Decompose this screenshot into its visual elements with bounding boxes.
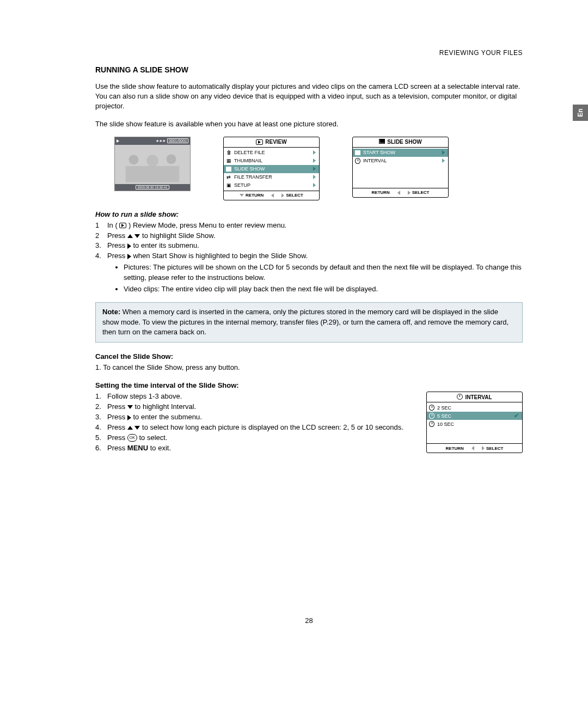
chevron-right-icon [442,158,445,163]
howto-steps: 1In ( ) Review Mode, press Menu to enter… [95,221,523,261]
figures-row: ★★★ 0001/0003 JPEG 2003:08:30 13:30:41 [114,137,523,200]
left-icon [271,193,274,198]
slides-icon [379,139,385,145]
down-icon [240,194,244,197]
down-icon [134,234,140,238]
preview-top-bar: ★★★ 0001/0003 [115,137,190,145]
svg-point-2 [146,155,158,167]
right-icon [408,191,411,195]
note-box: Note: When a memory card is inserted in … [95,302,523,343]
trash-icon: 🗑 [226,150,231,155]
language-tab: En [573,105,588,121]
slideshow-menu-figure: SLIDE SHOW START SHOW INTERVAL RETURN SE… [352,137,449,198]
menu-row-setup: ▣SETUP [224,181,319,190]
chevron-right-icon [313,158,316,163]
check-icon: ✔ [514,412,519,419]
transfer-icon: ⇄ [226,174,231,180]
review-menu-title: REVIEW [224,137,319,148]
cancel-title: Cancel the Slide Show: [95,352,523,361]
review-menu-figure: REVIEW 🗑DELETE FILE ▦THUMBNAIL SLIDE SHO… [223,137,320,200]
down-icon [134,426,140,430]
preview-image [115,145,190,184]
review-menu-footer: RETURN SELECT [224,191,319,200]
clock-icon [457,394,463,401]
page-title: RUNNING A SLIDE SHOW [95,65,523,74]
howto-bullets: Pictures: The pictures will be shown on … [95,262,523,295]
preview-timestamp: 2003:08:30 13:30:41 [115,184,190,191]
ok-icon [127,434,137,442]
play-icon [256,139,263,145]
interval-menu-figure: INTERVAL 2 SEC 5 SEC ✔ 10 SEC [426,392,523,453]
chevron-right-icon [313,175,316,179]
preview-stars: ★★★ [156,139,166,143]
clock-icon [429,413,434,419]
svg-rect-4 [126,166,180,182]
setting-steps: 1.Follow steps 1-3 above. 2.Press to hig… [95,392,407,453]
chevron-right-icon [313,183,316,187]
interval-menu-title: INTERVAL [427,392,522,402]
slides-icon [355,150,360,155]
up-icon [127,426,133,430]
menu-row-2sec: 2 SEC [427,404,522,412]
right-icon [127,415,131,420]
up-icon [127,234,133,238]
play-icon [117,139,119,143]
menu-row-startshow: START SHOW [353,149,448,157]
svg-point-3 [167,154,176,164]
chevron-right-icon [442,150,445,155]
menu-row-thumbnail: ▦THUMBNAIL [224,157,319,165]
section-crumb: REVIEWING YOUR FILES [95,49,523,57]
cancel-line: 1. To cancel the Slide Show, press any b… [95,363,523,372]
svg-point-1 [129,155,139,164]
menu-row-interval: INTERVAL [353,157,448,165]
right-icon [127,243,131,249]
menu-row-5sec: 5 SEC ✔ [427,412,522,420]
page-number: 28 [95,616,523,646]
setting-title: Setting the time interval of the Slide S… [95,381,523,389]
right-icon [482,446,485,450]
intro-para-2: The slide show feature is available when… [95,119,523,129]
interval-menu-footer: RETURN SELECT [427,443,522,453]
left-icon [471,446,474,450]
clock-icon [429,421,434,427]
left-icon [397,191,400,195]
clock-icon [355,158,360,163]
menu-row-filetransfer: ⇄FILE TRANSFER [224,173,319,181]
clock-icon [429,405,434,411]
chevron-right-icon [313,150,316,155]
grid-icon: ▦ [226,158,231,163]
camera-preview-figure: ★★★ 0001/0003 JPEG 2003:08:30 13:30:41 [114,137,191,191]
play-icon [119,223,126,228]
menu-row-delete: 🗑DELETE FILE [224,149,319,157]
down-icon [127,405,133,409]
intro-para-1: Use the slide show feature to automatica… [95,82,523,112]
slideshow-menu-footer: RETURN SELECT [353,188,448,197]
slideshow-menu-title: SLIDE SHOW [353,137,448,148]
menu-row-10sec: 10 SEC [427,420,522,428]
howto-title: How to run a slide show: [95,210,523,218]
right-icon [281,193,284,198]
chevron-right-icon [313,167,316,171]
preview-count: 0001/0003 [167,138,188,143]
right-icon [127,254,131,259]
slides-icon [226,166,231,172]
tools-icon: ▣ [226,182,231,188]
menu-row-slideshow: SLIDE SHOW [224,165,319,173]
